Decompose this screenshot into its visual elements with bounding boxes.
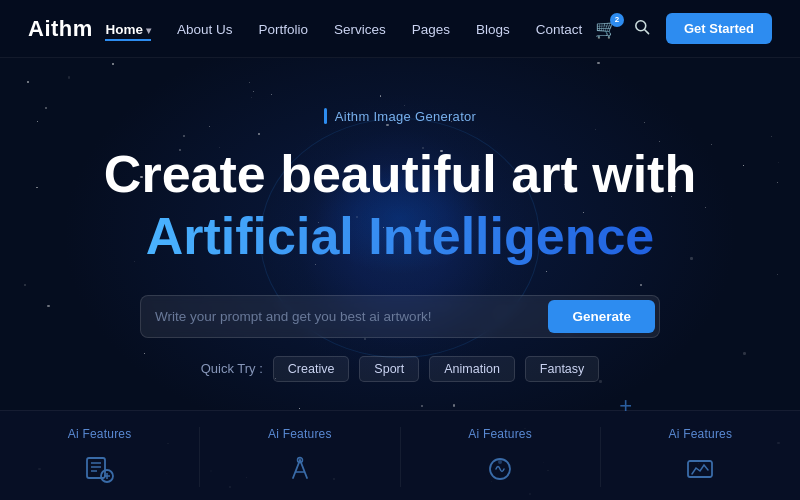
navbar: Aithm Home▾ About Us Portfolio Services …	[0, 0, 800, 58]
hero-content: Aithm Image Generator Create beautiful a…	[0, 108, 800, 382]
prompt-input[interactable]	[155, 303, 548, 330]
nav-item-pages[interactable]: Pages	[412, 20, 450, 38]
nav-item-home[interactable]: Home▾	[105, 20, 151, 38]
nav-item-contact[interactable]: Contact	[536, 20, 583, 38]
feature-icon-4	[681, 451, 719, 487]
nav-link-home[interactable]: Home▾	[105, 22, 151, 41]
nav-link-portfolio[interactable]: Portfolio	[258, 22, 308, 37]
feature-col-3: Ai Features	[401, 427, 601, 487]
nav-item-about[interactable]: About Us	[177, 20, 233, 38]
feature-icon-2	[281, 451, 319, 487]
generate-button[interactable]: Generate	[548, 300, 655, 333]
cart-icon[interactable]: 🛒 2	[595, 18, 617, 40]
feature-label-3: Ai Features	[468, 427, 532, 441]
quick-tag-fantasy[interactable]: Fantasy	[525, 356, 599, 382]
svg-line-1	[645, 29, 649, 33]
nav-item-blogs[interactable]: Blogs	[476, 20, 510, 38]
quick-tag-sport[interactable]: Sport	[359, 356, 419, 382]
feature-label-1: Ai Features	[68, 427, 132, 441]
nav-link-services[interactable]: Services	[334, 22, 386, 37]
nav-link-pages[interactable]: Pages	[412, 22, 450, 37]
quick-try-label: Quick Try :	[201, 361, 263, 376]
feature-icon-1	[81, 451, 119, 487]
chevron-down-icon: ▾	[146, 25, 151, 36]
quick-tag-animation[interactable]: Animation	[429, 356, 515, 382]
hero-search-row: Generate	[140, 295, 660, 338]
feature-icon-3	[481, 451, 519, 487]
quick-tag-creative[interactable]: Creative	[273, 356, 350, 382]
plus-icon: +	[619, 393, 632, 419]
badge-bar	[324, 108, 327, 124]
hero-section: Aithm Image Generator Create beautiful a…	[0, 58, 800, 500]
nav-link-blogs[interactable]: Blogs	[476, 22, 510, 37]
brand-logo[interactable]: Aithm	[28, 16, 93, 42]
feature-label-2: Ai Features	[268, 427, 332, 441]
nav-link-about[interactable]: About Us	[177, 22, 233, 37]
feature-col-1: Ai Features	[0, 427, 200, 487]
badge-text: Aithm Image Generator	[335, 109, 476, 124]
svg-point-11	[498, 460, 502, 464]
feature-label-4: Ai Features	[669, 427, 733, 441]
quick-try-row: Quick Try : Creative Sport Animation Fan…	[201, 356, 600, 382]
hero-title-line1: Create beautiful art with	[104, 146, 696, 203]
nav-right: 🛒 2 Get Started	[595, 13, 772, 44]
feature-col-4: Ai Features	[601, 427, 800, 487]
nav-link-contact[interactable]: Contact	[536, 22, 583, 37]
feature-col-2: Ai Features	[200, 427, 400, 487]
features-row: + Ai Features Ai Features	[0, 410, 800, 500]
nav-item-services[interactable]: Services	[334, 20, 386, 38]
get-started-button[interactable]: Get Started	[666, 13, 772, 44]
nav-links: Home▾ About Us Portfolio Services Pages …	[105, 20, 582, 38]
nav-item-portfolio[interactable]: Portfolio	[258, 20, 308, 38]
search-icon[interactable]	[633, 18, 650, 40]
svg-rect-2	[87, 458, 105, 478]
cart-badge: 2	[610, 13, 624, 27]
hero-badge: Aithm Image Generator	[324, 108, 476, 124]
hero-title-line2: Artificial Intelligence	[146, 207, 655, 267]
